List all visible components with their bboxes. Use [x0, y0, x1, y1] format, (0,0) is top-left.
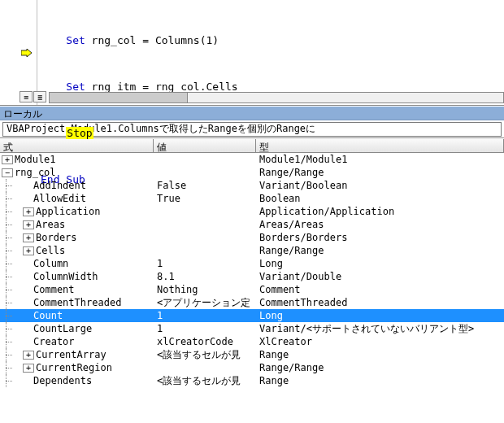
tree-connector-icon — [2, 374, 23, 387]
variable-value — [154, 244, 256, 257]
locals-row[interactable]: + ApplicationApplication/Application — [0, 205, 504, 218]
variable-type: Areas/Areas — [256, 218, 504, 231]
variable-name: Borders — [36, 231, 77, 244]
tree-connector-icon — [2, 309, 23, 322]
variable-type: Module1/Module1 — [256, 153, 504, 166]
header-type[interactable]: 型 — [256, 139, 504, 152]
variable-name: Areas — [36, 218, 65, 231]
variable-name: Comment — [33, 283, 75, 296]
variable-value: <該当するセルが見 — [154, 374, 256, 387]
view-mode-buttons: ≡ ≣ — [20, 90, 47, 103]
variable-value: <アプリケーション定 — [154, 296, 256, 309]
locals-row[interactable]: CreatorxlCreatorCodeXlCreator — [0, 335, 504, 348]
locals-row[interactable]: ColumnWidth8.1Variant/Double — [0, 270, 504, 283]
variable-value: xlCreatorCode — [154, 335, 256, 348]
variable-type: Boolean — [256, 192, 504, 205]
variable-value — [154, 231, 256, 244]
locals-row[interactable]: + CurrentArray<該当するセルが見Range — [0, 348, 504, 361]
variable-name: Cells — [36, 244, 65, 257]
variable-name: CurrentRegion — [36, 361, 112, 374]
variable-name: Column — [33, 257, 68, 270]
tree-connector-icon — [2, 257, 23, 270]
variable-value — [154, 153, 256, 166]
tree-connector-icon — [2, 270, 23, 283]
variable-value: 1 — [154, 309, 256, 322]
tree-connector-icon — [2, 244, 23, 257]
tree-connector-icon — [2, 205, 23, 218]
locals-row[interactable]: + CellsRange/Range — [0, 244, 504, 257]
tree-connector-icon — [2, 361, 23, 374]
variable-value: 8.1 — [154, 270, 256, 283]
expand-icon[interactable]: + — [23, 220, 34, 229]
variable-value: 1 — [154, 322, 256, 335]
variable-name: CountLarge — [33, 322, 92, 335]
variable-type: Range — [256, 348, 504, 361]
variable-type: Long — [256, 309, 504, 322]
variable-name: ColumnWidth — [33, 270, 98, 283]
variable-type: Long — [256, 257, 504, 270]
locals-row[interactable]: AddIndentFalseVariant/Boolean — [0, 179, 504, 192]
locals-row[interactable]: + CurrentRegionRange/Range — [0, 361, 504, 374]
variable-value: False — [154, 179, 256, 192]
full-module-view-button[interactable]: ≣ — [33, 91, 46, 102]
variable-value — [154, 166, 256, 179]
svg-marker-0 — [21, 49, 32, 57]
tree-connector-icon — [2, 322, 23, 335]
procedure-view-button[interactable]: ≡ — [20, 91, 33, 102]
variable-name: Count — [33, 309, 63, 322]
variable-name: Dependents — [33, 374, 92, 387]
tree-connector-icon — [2, 283, 23, 296]
locals-row[interactable]: + BordersBorders/Borders — [0, 231, 504, 244]
tree-connector-icon — [2, 231, 23, 244]
variable-type: Range/Range — [256, 361, 504, 374]
variable-type: Application/Application — [256, 205, 504, 218]
locals-grid-body[interactable]: + Module1Module1/Module1− rng_colRange/R… — [0, 153, 504, 413]
variable-name: CurrentArray — [36, 348, 106, 361]
variable-name: Creator — [33, 335, 75, 348]
expand-icon[interactable]: + — [23, 246, 34, 255]
locals-row[interactable]: Count1Long — [0, 309, 504, 322]
variable-name: AllowEdit — [33, 192, 86, 205]
locals-row[interactable]: Dependents<該当するセルが見Range — [0, 374, 504, 387]
variable-type: Variant/Double — [256, 270, 504, 283]
variable-value — [154, 361, 256, 374]
execution-pointer-icon — [21, 49, 33, 57]
variable-type: Range/Range — [256, 244, 504, 257]
variable-name: Application — [36, 205, 100, 218]
scrollbar-thumb[interactable] — [50, 93, 188, 102]
locals-row[interactable]: + AreasAreas/Areas — [0, 218, 504, 231]
variable-name: CommentThreaded — [33, 296, 121, 309]
locals-row[interactable]: − rng_colRange/Range — [0, 166, 504, 179]
variable-type: Variant/Boolean — [256, 179, 504, 192]
expand-icon[interactable]: + — [2, 155, 13, 164]
variable-name: AddIndent — [33, 179, 86, 192]
variable-type: CommentThreaded — [256, 296, 504, 309]
tree-connector-icon — [2, 192, 23, 205]
variable-type: Borders/Borders — [256, 231, 504, 244]
collapse-icon[interactable]: − — [2, 168, 13, 177]
code-gutter — [0, 0, 37, 105]
expand-icon[interactable]: + — [23, 207, 34, 216]
locals-row[interactable]: CommentNothingComment — [0, 283, 504, 296]
variable-value: Nothing — [154, 283, 256, 296]
locals-row[interactable]: AllowEditTrueBoolean — [0, 192, 504, 205]
variable-value — [154, 218, 256, 231]
variable-type: Comment — [256, 283, 504, 296]
tree-connector-icon — [2, 296, 23, 309]
variable-type: XlCreator — [256, 335, 504, 348]
locals-row[interactable]: CountLarge1Variant/<サポートされていないバリアント型> — [0, 322, 504, 335]
variable-name: rng_col — [15, 166, 56, 179]
locals-row[interactable]: CommentThreaded<アプリケーション定CommentThreaded — [0, 296, 504, 309]
variable-value: True — [154, 192, 256, 205]
locals-row[interactable]: Column1Long — [0, 257, 504, 270]
variable-type: Range/Range — [256, 166, 504, 179]
variable-name: Module1 — [15, 153, 56, 166]
expand-icon[interactable]: + — [23, 233, 34, 242]
variable-type: Range — [256, 374, 504, 387]
locals-row[interactable]: + Module1Module1/Module1 — [0, 153, 504, 166]
expand-icon[interactable]: + — [23, 351, 34, 360]
horizontal-scrollbar[interactable] — [49, 92, 504, 103]
variable-value: <該当するセルが見 — [154, 348, 256, 361]
expand-icon[interactable]: + — [23, 364, 34, 373]
tree-connector-icon — [2, 179, 23, 192]
